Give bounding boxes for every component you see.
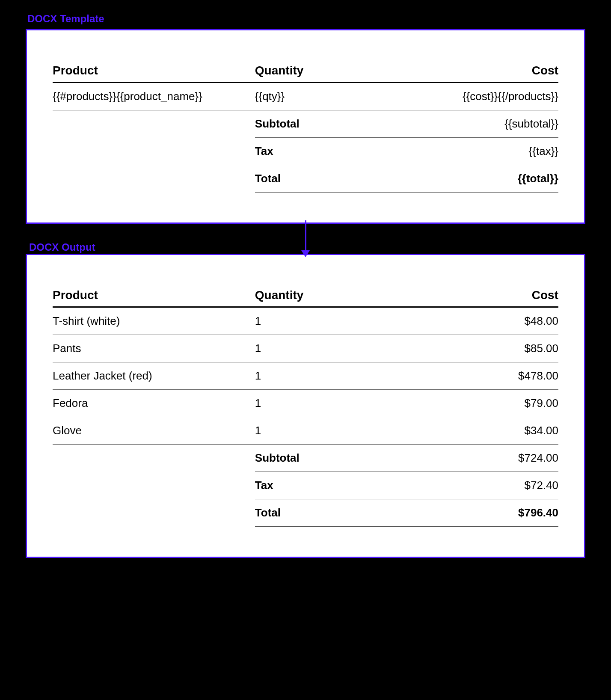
table-row: Leather Jacket (red)1$478.00 (53, 362, 558, 390)
output-tax-label: Tax (255, 472, 397, 499)
template-total-label: Total (255, 165, 397, 193)
cost-cell: $79.00 (397, 390, 558, 417)
quantity-cell: 1 (255, 307, 397, 335)
product-cell: Leather Jacket (red) (53, 362, 255, 390)
arrow-connector: DOCX Output (26, 222, 585, 256)
template-tax-label: Tax (255, 138, 397, 165)
template-header-product: Product (53, 60, 255, 83)
template-subtotal-row: Subtotal {{subtotal}} (53, 110, 558, 138)
product-cell: Fedora (53, 390, 255, 417)
output-header-cost: Cost (397, 285, 558, 307)
template-quantity-cell: {{qty}} (255, 83, 397, 110)
quantity-cell: 1 (255, 390, 397, 417)
template-header-quantity: Quantity (255, 60, 397, 83)
output-header-quantity: Quantity (255, 285, 397, 307)
output-total-value: $796.40 (397, 499, 558, 527)
template-tax-value: {{tax}} (397, 138, 558, 165)
output-tax-row: Tax $72.40 (53, 472, 558, 499)
product-cell: Pants (53, 335, 255, 362)
quantity-cell: 1 (255, 362, 397, 390)
template-total-value: {{total}} (397, 165, 558, 193)
cost-cell: $34.00 (397, 417, 558, 445)
template-tax-row: Tax {{tax}} (53, 138, 558, 165)
template-subtotal-label: Subtotal (255, 110, 397, 138)
output-table: Product Quantity Cost T-shirt (white)1$4… (53, 285, 558, 527)
empty-cell (53, 445, 255, 472)
output-panel: Product Quantity Cost T-shirt (white)1$4… (26, 254, 585, 558)
template-total-row: Total {{total}} (53, 165, 558, 193)
template-panel: Product Quantity Cost {{#products}}{{pro… (26, 29, 585, 224)
template-section-label: DOCX Template (27, 13, 585, 25)
cost-cell: $478.00 (397, 362, 558, 390)
product-cell: T-shirt (white) (53, 307, 255, 335)
table-row: Pants1$85.00 (53, 335, 558, 362)
output-section-label: DOCX Output (29, 241, 95, 253)
product-cell: Glove (53, 417, 255, 445)
empty-cell (53, 110, 255, 138)
empty-cell (53, 472, 255, 499)
output-total-label: Total (255, 499, 397, 527)
table-row: T-shirt (white)1$48.00 (53, 307, 558, 335)
template-cost-cell: {{cost}}{{/products}} (397, 83, 558, 110)
output-subtotal-row: Subtotal $724.00 (53, 445, 558, 472)
cost-cell: $85.00 (397, 335, 558, 362)
template-product-cell: {{#products}}{{product_name}} (53, 83, 255, 110)
template-table: Product Quantity Cost {{#products}}{{pro… (53, 60, 558, 193)
template-header-cost: Cost (397, 60, 558, 83)
empty-cell (53, 165, 255, 193)
output-subtotal-value: $724.00 (397, 445, 558, 472)
output-header-product: Product (53, 285, 255, 307)
empty-cell (53, 138, 255, 165)
output-tax-value: $72.40 (397, 472, 558, 499)
quantity-cell: 1 (255, 417, 397, 445)
output-total-row: Total $796.40 (53, 499, 558, 527)
output-subtotal-label: Subtotal (255, 445, 397, 472)
cost-cell: $48.00 (397, 307, 558, 335)
table-row: Glove1$34.00 (53, 417, 558, 445)
template-subtotal-value: {{subtotal}} (397, 110, 558, 138)
empty-cell (53, 499, 255, 527)
quantity-cell: 1 (255, 335, 397, 362)
table-row: Fedora1$79.00 (53, 390, 558, 417)
template-data-row: {{#products}}{{product_name}} {{qty}} {{… (53, 83, 558, 110)
arrow-down-icon (301, 220, 310, 257)
